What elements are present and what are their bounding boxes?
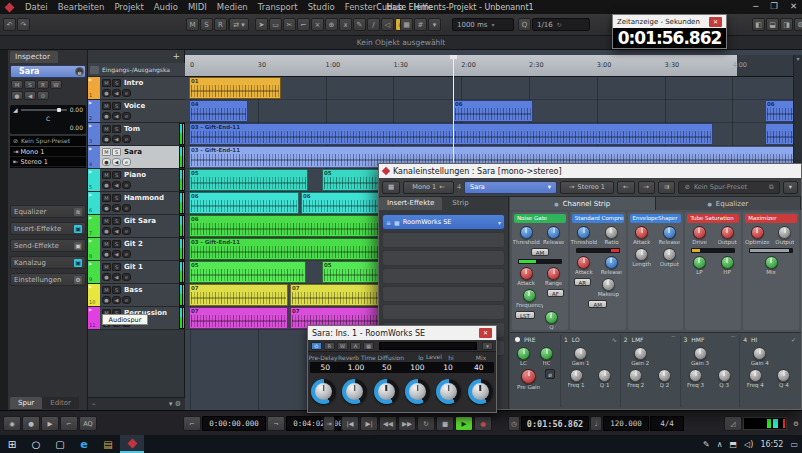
- channel-edit-button[interactable]: e: [122, 135, 131, 143]
- eq-q-2-knob[interactable]: [658, 369, 671, 382]
- insert-slot-4[interactable]: [382, 268, 505, 284]
- eq-gain-3-knob[interactable]: [694, 347, 707, 360]
- eq-gain-4-knob[interactable]: [753, 347, 766, 360]
- rw-reverb-time-knob[interactable]: [342, 379, 367, 404]
- channel-edit-button[interactable]: e: [122, 158, 131, 166]
- global-r-button[interactable]: R: [214, 18, 227, 31]
- maximize-button[interactable]: ❐: [770, 1, 778, 11]
- optimize-knob[interactable]: [751, 226, 764, 239]
- insert-slot-3[interactable]: [382, 250, 505, 266]
- iterative-quantize-icon[interactable]: ↻: [557, 21, 562, 28]
- monitor-button[interactable]: ◀: [112, 227, 121, 235]
- line-tool-icon[interactable]: ∕: [367, 18, 380, 31]
- add-track-icon[interactable]: +: [172, 51, 180, 61]
- eq-gain-2-knob[interactable]: [634, 347, 647, 360]
- threshold-knob[interactable]: [577, 226, 590, 239]
- primary-time-display[interactable]: 0:01:56.862: [521, 416, 589, 431]
- ar-button[interactable]: AR: [574, 278, 592, 286]
- track-color-tab[interactable]: ▶9: [88, 261, 100, 283]
- output-knob[interactable]: [663, 248, 676, 261]
- af-button[interactable]: AF: [547, 289, 564, 297]
- channel-edit-button[interactable]: e: [122, 227, 131, 235]
- input-channel-button[interactable]: Mono 1 ←: [403, 181, 454, 194]
- track-color-tab[interactable]: ▶6: [88, 192, 100, 214]
- goto-start-button[interactable]: |◀: [341, 416, 359, 431]
- record-arm-button[interactable]: ●: [102, 112, 111, 120]
- record-button[interactable]: ●: [474, 416, 492, 431]
- track-color-tab[interactable]: ▶11: [88, 307, 100, 329]
- section-kanalzug[interactable]: Kanalzug▣: [10, 256, 86, 269]
- inspector-track-name[interactable]: Sarae: [10, 65, 86, 78]
- audio-event[interactable]: 07: [189, 284, 288, 306]
- file-explorer-icon[interactable]: ▤: [96, 439, 120, 450]
- quantize-select[interactable]: 1/16↻: [532, 18, 590, 31]
- setup-gear-icon[interactable]: ⚙: [794, 18, 802, 31]
- auto-quantize-button[interactable]: AQ: [79, 416, 97, 431]
- monitor-button[interactable]: ◀: [112, 273, 121, 281]
- audio-event[interactable]: 06: [453, 100, 533, 122]
- track-piano[interactable]: ▶5 MSPiano ●◀e: [88, 169, 185, 192]
- audio-event[interactable]: 05: [189, 261, 306, 283]
- automation-mode-button[interactable]: ⇄ ▾: [229, 18, 249, 31]
- rw-lo-knob[interactable]: [405, 379, 430, 404]
- tray-pen-icon[interactable]: ✎: [703, 440, 710, 449]
- phase-invert-button[interactable]: ø: [545, 369, 555, 379]
- minimize-button[interactable]: ─: [753, 1, 758, 11]
- eq-q-1-knob[interactable]: [598, 369, 611, 382]
- grid-dropdown-icon[interactable]: ▾: [428, 18, 441, 31]
- preset-menu-icon[interactable]: ▾: [482, 342, 493, 350]
- track-mute-button[interactable]: M: [102, 125, 111, 133]
- insert-slot-6[interactable]: [382, 304, 505, 320]
- track-solo-button[interactable]: S: [112, 102, 121, 110]
- prev-channel-icon[interactable]: ←: [617, 181, 634, 194]
- track-mute-button[interactable]: M: [102, 79, 111, 87]
- close-icon[interactable]: ✕: [709, 17, 722, 27]
- split-tool-icon[interactable]: ✂: [283, 18, 296, 31]
- time-signature-display[interactable]: 4/4: [650, 416, 684, 431]
- attack-knob[interactable]: [520, 267, 533, 280]
- freeze-icon[interactable]: ⊙: [37, 91, 49, 100]
- window-options-icon[interactable]: ▾: [783, 181, 798, 194]
- attack-knob[interactable]: [577, 256, 590, 269]
- undo-icon[interactable]: ↶: [3, 18, 16, 31]
- tab-spur[interactable]: Spur: [10, 397, 42, 409]
- pre-gain-knob[interactable]: [521, 369, 536, 384]
- window-layout-right-icon[interactable]: ◨: [780, 18, 793, 31]
- task-view-icon[interactable]: ▢: [48, 439, 72, 450]
- module-header[interactable]: Tube Saturation: [687, 214, 739, 223]
- track-preset-bar[interactable]: ⊘Kein Spur-Preset: [10, 136, 86, 146]
- play-tool-icon[interactable]: ◁: [381, 18, 394, 31]
- channel-preset-field[interactable]: ⊘Kein Spur-Preset⧉: [678, 181, 779, 194]
- track-mute-button[interactable]: M: [102, 217, 111, 225]
- track-voice[interactable]: ▶2 MSVoice ●◀e: [88, 100, 185, 123]
- inspector-r-button[interactable]: R: [37, 80, 49, 89]
- tab-equalizer[interactable]: ●Equalizer: [656, 197, 802, 210]
- lp-knob[interactable]: [693, 256, 706, 269]
- track-settings-gear-icon[interactable]: ⚙: [175, 400, 181, 408]
- power-icon[interactable]: ●: [707, 201, 711, 207]
- record-arm-button[interactable]: ●: [102, 89, 111, 97]
- snap-button[interactable]: ▦: [400, 18, 413, 31]
- pre-power-icon[interactable]: [515, 337, 520, 342]
- inspector-tab[interactable]: Inspector: [10, 51, 58, 63]
- tempo-track-icon[interactable]: ♩: [590, 416, 602, 431]
- track-color-tab[interactable]: ▶2: [88, 100, 100, 122]
- pan-value[interactable]: C: [46, 115, 50, 122]
- eq-q-4-knob[interactable]: [777, 369, 790, 382]
- output-knob[interactable]: [721, 226, 734, 239]
- monitor-button[interactable]: ◀: [112, 181, 121, 189]
- global-m-button[interactable]: M: [186, 18, 199, 31]
- track-color-tab[interactable]: ▶5: [88, 169, 100, 191]
- left-locator-display[interactable]: 0:00:00.000: [202, 416, 266, 431]
- track-mute-button[interactable]: M: [102, 263, 111, 271]
- track-solo-button[interactable]: S: [112, 286, 121, 294]
- inspector-m-button[interactable]: M: [11, 80, 23, 89]
- record-enable-icon[interactable]: ●: [11, 91, 23, 100]
- stop-button[interactable]: ■: [436, 416, 454, 431]
- insert-slot-2[interactable]: [382, 232, 505, 248]
- audio-event[interactable]: 04: [189, 100, 248, 122]
- track-mute-button[interactable]: M: [102, 171, 111, 179]
- menu-projekt[interactable]: Projekt: [109, 2, 148, 12]
- audio-event[interactable]: 06: [189, 192, 299, 214]
- length-quantize-select[interactable]: 1000 ms▾: [452, 18, 514, 31]
